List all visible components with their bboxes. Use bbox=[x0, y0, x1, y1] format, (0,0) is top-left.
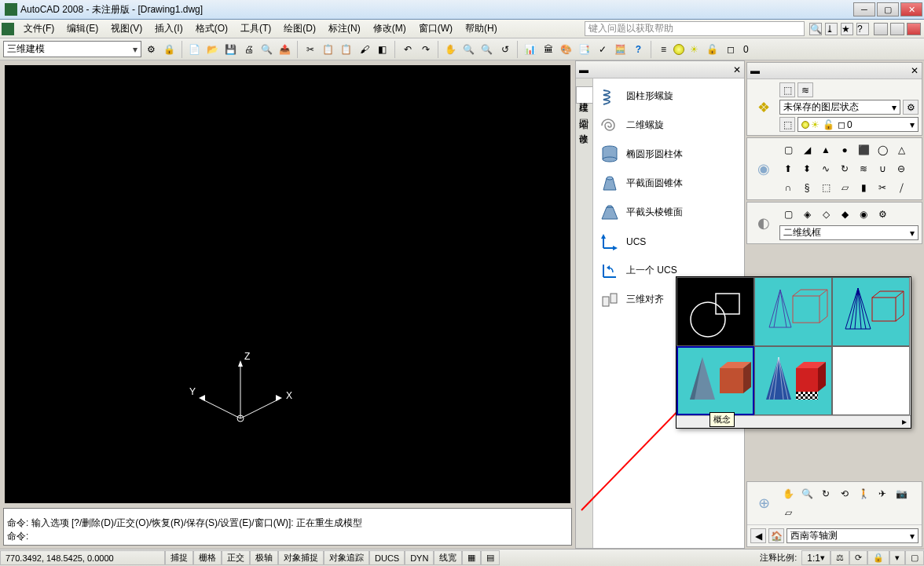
workspace-select[interactable]: 三维建模▾ bbox=[3, 41, 141, 57]
cone-icon[interactable]: ▲ bbox=[817, 141, 834, 159]
camera-icon[interactable]: 📷 bbox=[893, 485, 910, 502]
revolve-icon[interactable]: ↻ bbox=[836, 160, 853, 177]
menu-view[interactable]: 视图(V) bbox=[104, 20, 148, 38]
status-lock-icon[interactable]: 🔒 bbox=[867, 550, 889, 565]
palette-header[interactable]: ▬ ✕ bbox=[576, 61, 744, 79]
list-item[interactable]: 二维螺旋 bbox=[593, 111, 744, 140]
layer-select[interactable]: ☀ 🔓 ◻ 0 ▾ bbox=[798, 117, 918, 132]
workspace-settings-icon[interactable]: ⚙ bbox=[143, 41, 160, 57]
visual-style-select[interactable]: 二维线框▾ bbox=[779, 225, 918, 240]
search-icon[interactable]: 🔍 bbox=[809, 23, 822, 35]
quick-view-icon[interactable]: ▤ bbox=[481, 550, 500, 565]
wedge-icon[interactable]: ◢ bbox=[798, 141, 816, 159]
close-button[interactable]: ✕ bbox=[900, 2, 922, 16]
compass-icon[interactable]: ⊕ bbox=[750, 490, 777, 517]
menu-help[interactable]: 帮助(H) bbox=[459, 20, 504, 38]
intersect-icon[interactable]: ∩ bbox=[779, 179, 797, 196]
menu-draw[interactable]: 绘图(D) bbox=[277, 20, 322, 38]
3d-make-icon[interactable]: ◉ bbox=[750, 155, 777, 182]
cylinder-icon[interactable]: ⬛ bbox=[855, 141, 872, 159]
list-item[interactable]: 圆柱形螺旋 bbox=[593, 82, 744, 111]
design-center-icon[interactable]: 🏛 bbox=[540, 41, 556, 57]
print-icon[interactable]: 🖨 bbox=[240, 41, 257, 57]
drawing-canvas[interactable]: Z Y X bbox=[3, 64, 572, 505]
layer-state-select[interactable]: 未保存的图层状态▾ bbox=[779, 100, 900, 115]
popup-scroll-right[interactable]: ▸ bbox=[898, 416, 911, 428]
polysolid-icon[interactable]: ⬚ bbox=[817, 179, 834, 196]
walk-icon[interactable]: 🚶 bbox=[855, 485, 872, 502]
pyramid-icon[interactable]: △ bbox=[893, 141, 910, 159]
layer-iso-icon[interactable]: ⬚ bbox=[779, 117, 795, 132]
vs-concept-icon[interactable]: ◉ bbox=[855, 206, 872, 223]
palette-tab-solid[interactable]: 圆缩 bbox=[576, 104, 592, 119]
ducs-toggle[interactable]: DUCS bbox=[369, 550, 405, 565]
cut-icon[interactable]: ✂ bbox=[302, 41, 318, 57]
vs-thumb-3dwireframe[interactable] bbox=[754, 277, 832, 346]
menu-dimension[interactable]: 标注(N) bbox=[322, 20, 367, 38]
orbit-icon[interactable]: ↻ bbox=[817, 485, 834, 502]
toolbar-lock-icon[interactable]: 🔒 bbox=[161, 41, 178, 57]
vs-thumb-2dwireframe[interactable] bbox=[676, 277, 754, 346]
list-item[interactable]: 平截头棱锥面 bbox=[593, 198, 744, 227]
minimize-button[interactable]: ─ bbox=[853, 2, 875, 16]
panel-close-icon[interactable]: ✕ bbox=[911, 65, 918, 76]
extrude-icon[interactable]: ⬆ bbox=[779, 160, 797, 177]
projection-icon[interactable]: ▱ bbox=[779, 504, 797, 521]
command-input[interactable] bbox=[31, 531, 568, 542]
polar-toggle[interactable]: 极轴 bbox=[250, 550, 278, 565]
menu-file[interactable]: 文件(F) bbox=[17, 20, 60, 38]
layer-states-icon[interactable]: ≋ bbox=[798, 82, 813, 97]
maximize-button[interactable]: ▢ bbox=[877, 2, 899, 16]
undo-icon[interactable]: ↶ bbox=[399, 41, 416, 57]
pan-icon[interactable]: ✋ bbox=[442, 41, 459, 57]
vs-3dwire-icon[interactable]: ◈ bbox=[798, 206, 816, 223]
app-menu-icon[interactable] bbox=[2, 23, 14, 35]
layer-on-icon[interactable] bbox=[673, 44, 684, 55]
osnap-toggle[interactable]: 对象捕捉 bbox=[278, 550, 324, 565]
union-icon[interactable]: ∪ bbox=[874, 160, 891, 177]
layers-icon[interactable]: ❖ bbox=[750, 94, 777, 121]
layer-manager-icon[interactable]: ⬚ bbox=[779, 82, 795, 97]
fly-icon[interactable]: ✈ bbox=[874, 485, 891, 502]
dyn-toggle[interactable]: DYN bbox=[405, 550, 434, 565]
doc-restore-button[interactable] bbox=[890, 23, 904, 35]
torus-icon[interactable]: ◯ bbox=[874, 141, 891, 159]
palette-collapse-icon[interactable]: ▬ bbox=[579, 64, 588, 75]
sheet-set-icon[interactable]: 📑 bbox=[576, 41, 592, 57]
grid-toggle[interactable]: 栅格 bbox=[193, 550, 222, 565]
command-area[interactable]: 命令: 输入选项 [?/删除(D)/正交(O)/恢复(R)/保存(S)/设置(E… bbox=[3, 508, 572, 546]
zoom-realtime-icon[interactable]: 🔍 bbox=[460, 41, 477, 57]
presspull-icon[interactable]: ⬍ bbox=[798, 160, 816, 177]
lwt-toggle[interactable]: 线宽 bbox=[434, 550, 462, 565]
plot-preview-icon[interactable]: 🔍 bbox=[258, 41, 275, 57]
view-prev-icon[interactable]: ◀ bbox=[750, 528, 766, 543]
layer-lock-icon[interactable]: 🔓 bbox=[704, 41, 720, 57]
anno-visibility-icon[interactable]: ⚖ bbox=[830, 550, 849, 565]
help-button-icon[interactable]: ? bbox=[630, 41, 647, 57]
vs-thumb-realistic[interactable] bbox=[754, 346, 832, 415]
menu-tools[interactable]: 工具(T) bbox=[234, 20, 277, 38]
favorites-icon[interactable]: ★ bbox=[841, 23, 853, 35]
paste-icon[interactable]: 📋 bbox=[338, 41, 354, 57]
palette-tab-modeling[interactable]: 建模 bbox=[576, 86, 592, 104]
doc-minimize-button[interactable] bbox=[874, 23, 888, 35]
match-prop-icon[interactable]: 🖌 bbox=[356, 41, 372, 57]
view-select[interactable]: 西南等轴测▾ bbox=[786, 528, 918, 543]
visual-styles-icon[interactable]: ◐ bbox=[750, 210, 777, 236]
zoom-window-icon[interactable]: 🔍 bbox=[478, 41, 495, 57]
list-item[interactable]: UCS bbox=[593, 227, 744, 256]
anno-autoscale-icon[interactable]: ⟳ bbox=[849, 550, 867, 565]
menu-insert[interactable]: 插入(I) bbox=[148, 20, 189, 38]
helix-tool-icon[interactable]: § bbox=[798, 179, 816, 196]
3d-zoom-icon[interactable]: 🔍 bbox=[798, 485, 816, 502]
palette-close-icon[interactable]: ✕ bbox=[733, 64, 741, 75]
properties-icon[interactable]: 📊 bbox=[522, 41, 538, 57]
menu-window[interactable]: 窗口(W) bbox=[412, 20, 459, 38]
vs-thumb-empty[interactable] bbox=[832, 346, 910, 415]
redo-icon[interactable]: ↷ bbox=[417, 41, 434, 57]
swivel-icon[interactable]: ⟲ bbox=[836, 485, 853, 502]
layer-state-manage-icon[interactable]: ⚙ bbox=[903, 100, 918, 115]
copy-icon[interactable]: 📋 bbox=[320, 41, 336, 57]
save-icon[interactable]: 💾 bbox=[222, 41, 239, 57]
planar-surface-icon[interactable]: ▱ bbox=[836, 179, 853, 196]
